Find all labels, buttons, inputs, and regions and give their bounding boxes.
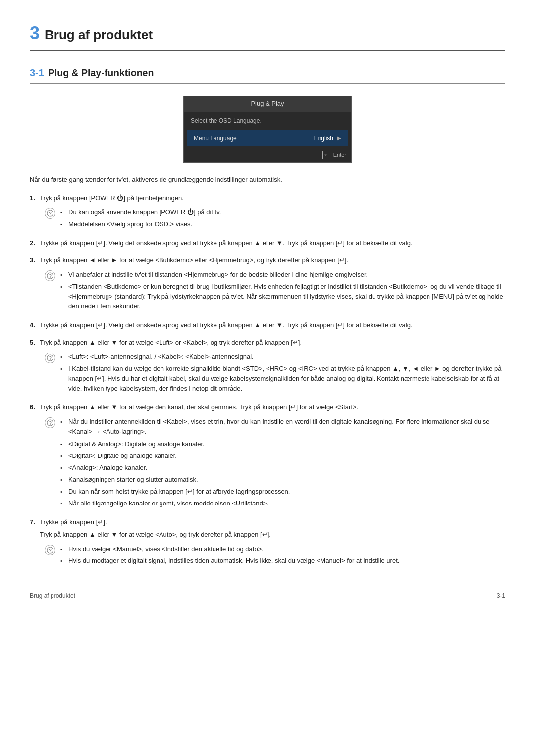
bullet-text: <Analog>: Analoge kanaler. [68,463,505,473]
note-block: •Hvis du vælger <Manuel>, vises <Indstil… [45,544,505,568]
bullet-item: •Vi anbefaler at indstille tv'et til til… [60,270,505,280]
step-text: Tryk på knappen ◄ eller ► for at vælge <… [40,255,505,266]
step-header: 1.Tryk på knappen [POWER ⏻] på fjernbetj… [30,193,505,203]
note-icon [45,270,55,281]
bullet-item: •Når du indstiller antennekilden til <Ka… [60,417,505,437]
step-text: Trykke på knappen [↵]. [40,517,505,528]
note-bullets: •Du kan også anvende knappen [POWER ⏻] p… [60,207,505,231]
bullet-dot: • [60,220,65,229]
bullet-text: Vi anbefaler at indstille tv'et til tils… [68,270,505,280]
bullet-dot: • [60,500,65,508]
step-number: 3. [30,255,37,265]
svg-point-5 [50,359,50,360]
osd-dialog: Plug & Play Select the OSD Language. Men… [183,96,352,163]
step-number: 5. [30,338,37,348]
step-1: 1.Tryk på knappen [POWER ⏻] på fjernbetj… [30,193,505,231]
bullet-item: •Hvis du modtager et digitalt signal, in… [60,556,505,566]
svg-point-3 [50,277,50,278]
step-header: 2.Trykke på knappen [↵]. Vælg det ønsked… [30,238,505,249]
step-4: 4.Trykke på knappen [↵]. Vælg det ønsked… [30,320,505,331]
note-bullets: •Hvis du vælger <Manuel>, vises <Indstil… [60,544,505,568]
svg-point-7 [50,424,50,425]
chapter-title: 3Brug af produktet [30,20,505,47]
step-3: 3.Tryk på knappen ◄ eller ► for at vælge… [30,255,505,313]
step-header: 3.Tryk på knappen ◄ eller ► for at vælge… [30,255,505,266]
step-number: 7. [30,517,37,527]
bullet-item: •Du kan når som helst trykke på knappen … [60,487,505,497]
note-block: •Vi anbefaler at indstille tv'et til til… [45,270,505,314]
section-title: 3-1Plug & Play-funktionen [30,65,505,80]
bullet-dot: • [60,365,65,373]
note-block: •Du kan også anvende knappen [POWER ⏻] p… [45,207,505,231]
bullet-dot: • [60,208,65,217]
step-text: Tryk på knappen ▲ eller ▼ for at vælge d… [40,403,505,413]
step-header: 5.Tryk på knappen ▲ eller ▼ for at vælge… [30,338,505,348]
step-text: Tryk på knappen ▲ eller ▼ for at vælge <… [40,338,505,348]
bullet-dot: • [60,476,65,484]
section-header: 3-1Plug & Play-funktionen [30,65,505,84]
bullet-item: •<Luft>: <Luft>-antennesignal. / <Kabel>… [60,352,505,362]
note-block: •<Luft>: <Luft>-antennesignal. / <Kabel>… [45,352,505,396]
osd-subtitle: Select the OSD Language. [184,112,351,128]
bullet-text: Når du indstiller antennekilden til <Kab… [68,417,505,437]
note-icon [45,545,55,555]
step-header: 7.Trykke på knappen [↵]. [30,517,505,528]
osd-menu-value: English [314,134,333,143]
osd-title: Plug & Play [184,96,351,112]
bullet-text: <Luft>: <Luft>-antennesignal. / <Kabel>:… [68,352,505,362]
svg-point-6 [47,420,53,426]
svg-point-1 [50,215,50,215]
bullet-dot: • [60,557,65,565]
bullet-item: •Kanalsøgningen starter og slutter autom… [60,475,505,485]
steps-container: 1.Tryk på knappen [POWER ⏻] på fjernbetj… [30,193,505,568]
section-number: 3-1 [30,67,44,78]
bullet-text: <Digital>: Digitale og analoge kanaler. [68,451,505,461]
bullet-item: •<Analog>: Analoge kanaler. [60,463,505,473]
section-title-text: Plug & Play-funktionen [48,67,154,78]
note-bullets: •<Luft>: <Luft>-antennesignal. / <Kabel>… [60,352,505,396]
page-footer: Brug af produktet 3-1 [30,588,505,600]
note-bullets: •Vi anbefaler at indstille tv'et til til… [60,270,505,314]
osd-enter-label: Enter [333,151,346,159]
bullet-dot: • [60,353,65,361]
bullet-text: Hvis du vælger <Manuel>, vises <Indstill… [68,544,505,554]
svg-point-9 [50,552,50,552]
note-icon [45,417,55,428]
bullet-text: Kanalsøgningen starter og slutter automa… [68,475,505,485]
bullet-item: •I Kabel-tilstand kan du vælge den korre… [60,364,505,394]
bullet-dot: • [60,440,65,449]
bullet-item: •<Digital>: Digitale og analoge kanaler. [60,451,505,461]
bullet-dot: • [60,464,65,472]
note-bullets: •Når du indstiller antennekilden til <Ka… [60,417,505,510]
bullet-item: •Når alle tilgængelige kanaler er gemt, … [60,499,505,508]
bullet-text: Hvis du modtager et digitalt signal, ind… [68,556,505,566]
osd-footer: ↵ Enter [184,148,351,163]
osd-menu-label: Menu Language [194,134,314,143]
step-5: 5.Tryk på knappen ▲ eller ▼ for at vælge… [30,338,505,396]
step-number: 1. [30,193,37,203]
step-text: Tryk på knappen [POWER ⏻] på fjernbetjen… [40,193,505,203]
bullet-item: •Hvis du vælger <Manuel>, vises <Indstil… [60,544,505,554]
step-number: 6. [30,403,37,412]
svg-point-0 [47,210,53,216]
bullet-item: •<Digital & Analog>: Digitale og analoge… [60,439,505,449]
chapter-title-text: Brug af produktet [45,27,153,42]
bullet-dot: • [60,283,65,291]
bullet-item: •<Tilstanden <Butikdemo> er kun beregnet… [60,282,505,311]
footer-right: 3-1 [497,591,505,600]
osd-arrow-icon: ▶ [337,134,341,142]
bullet-dot: • [60,488,65,496]
svg-point-4 [47,355,53,361]
osd-menu-language-row: Menu Language English ▶ [187,130,348,146]
osd-enter-icon: ↵ [322,151,330,160]
step-number: 4. [30,320,37,330]
bullet-item: •Du kan også anvende knappen [POWER ⏻] p… [60,207,505,217]
intro-text: Når du første gang tænder for tv'et, akt… [30,175,505,185]
bullet-text: <Digital & Analog>: Digitale og analoge … [68,439,505,449]
note-block: •Når du indstiller antennekilden til <Ka… [45,417,505,510]
bullet-dot: • [60,271,65,279]
step-sub-text: Tryk på knappen ▲ eller ▼ for at vælge <… [40,530,505,540]
bullet-text: Du kan når som helst trykke på knappen [… [68,487,505,497]
footer-left: Brug af produktet [30,591,75,600]
bullet-dot: • [60,418,65,426]
